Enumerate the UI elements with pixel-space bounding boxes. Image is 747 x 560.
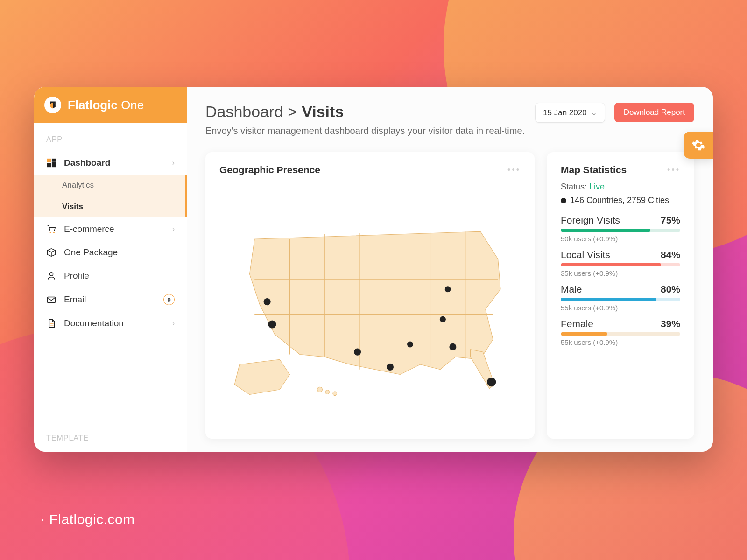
- main-content: Dashboard > Visits Envoy's visitor manag…: [187, 87, 713, 452]
- stat-subtext: 55k users (+0.9%): [561, 338, 680, 346]
- stat-female: Female39% 55k users (+0.9%): [561, 318, 680, 346]
- card-menu-icon[interactable]: •••: [507, 165, 521, 175]
- brand-title: Flatlogic One: [68, 98, 144, 112]
- chevron-right-icon: ›: [172, 319, 175, 328]
- card-title: Map Statistics: [561, 164, 627, 175]
- map-statistics-card: Map Statistics ••• Status: Live 146 Coun…: [547, 152, 694, 439]
- stat-percent: 39%: [661, 318, 680, 329]
- gear-icon: [691, 138, 705, 152]
- progress-bar: [561, 263, 680, 266]
- chevron-right-icon: ›: [172, 159, 175, 167]
- app-window: Flatlogic One APP Dashboard › Analytics …: [34, 87, 713, 452]
- sidebar-subnav-dashboard: Analytics Visits: [34, 175, 187, 217]
- us-map: [219, 182, 521, 427]
- stat-percent: 80%: [661, 284, 680, 295]
- svg-rect-5: [47, 163, 51, 167]
- stat-local-visits: Local Visits84% 35k users (+0.9%): [561, 249, 680, 277]
- page-header: Dashboard > Visits Envoy's visitor manag…: [205, 103, 694, 136]
- svg-rect-4: [52, 159, 56, 161]
- breadcrumb-current: Visits: [302, 103, 344, 121]
- status-value: Live: [589, 182, 605, 191]
- sidebar-item-documentation[interactable]: Documentation ›: [34, 312, 187, 335]
- svg-point-8: [53, 232, 55, 233]
- sidebar-item-email[interactable]: Email 9: [34, 287, 187, 312]
- sidebar-subitem-analytics[interactable]: Analytics: [34, 175, 185, 196]
- svg-point-7: [50, 232, 51, 233]
- svg-point-15: [268, 320, 276, 328]
- sidebar-item-label: One Package: [64, 247, 175, 258]
- arrow-right-icon: →: [34, 512, 47, 527]
- geographic-presence-card: Geographic Presence •••: [205, 152, 535, 439]
- card-title: Geographic Presence: [219, 164, 320, 175]
- svg-point-12: [325, 390, 330, 394]
- cart-icon: [46, 224, 56, 234]
- footer-link[interactable]: →Flatlogic.com: [34, 511, 135, 527]
- sidebar-item-label: Documentation: [64, 318, 165, 329]
- progress-bar: [561, 332, 680, 336]
- svg-rect-6: [52, 161, 56, 167]
- svg-point-20: [449, 343, 456, 350]
- document-icon: [46, 318, 56, 329]
- email-badge: 9: [163, 294, 175, 305]
- sidebar-item-label: E-commerce: [64, 224, 165, 234]
- svg-point-19: [440, 316, 446, 322]
- svg-point-9: [49, 273, 53, 276]
- svg-rect-3: [47, 159, 51, 162]
- logo-icon: [44, 97, 61, 113]
- sidebar-item-profile[interactable]: Profile: [34, 264, 187, 287]
- stat-subtext: 55k users (+0.9%): [561, 304, 680, 312]
- chevron-right-icon: ›: [172, 225, 175, 233]
- stat-label: Male: [561, 284, 582, 295]
- svg-rect-10: [48, 297, 56, 303]
- sidebar-item-ecommerce[interactable]: E-commerce ›: [34, 217, 187, 241]
- sidebar-item-dashboard[interactable]: Dashboard ›: [34, 151, 187, 175]
- stat-label: Female: [561, 318, 593, 329]
- svg-point-14: [264, 298, 271, 305]
- package-icon: [46, 247, 56, 258]
- stat-subtext: 50k users (+0.9%): [561, 235, 680, 243]
- dashboard-icon: [46, 158, 56, 168]
- section-label-app: APP: [34, 123, 187, 151]
- stat-percent: 75%: [661, 215, 680, 226]
- svg-point-16: [354, 349, 361, 356]
- sidebar: Flatlogic One APP Dashboard › Analytics …: [34, 87, 187, 452]
- breadcrumb-separator: >: [288, 103, 297, 121]
- breadcrumb: Dashboard > Visits: [205, 103, 526, 121]
- svg-point-13: [333, 392, 337, 396]
- progress-bar: [561, 229, 680, 232]
- svg-point-22: [487, 378, 496, 386]
- stat-label: Foreign Visits: [561, 215, 620, 226]
- stat-percent: 84%: [661, 249, 680, 260]
- svg-point-17: [387, 364, 394, 371]
- progress-bar: [561, 298, 680, 301]
- section-label-template: TEMPLATE: [34, 422, 187, 452]
- email-icon: [46, 294, 56, 305]
- sidebar-header: Flatlogic One: [34, 87, 187, 123]
- dot-icon: [561, 198, 566, 203]
- date-picker[interactable]: 15 Jan 2020 ⌄: [535, 103, 605, 123]
- breadcrumb-parent[interactable]: Dashboard: [205, 103, 283, 121]
- sidebar-subitem-visits[interactable]: Visits: [34, 196, 185, 217]
- stat-label: Local Visits: [561, 249, 610, 260]
- profile-icon: [46, 271, 56, 281]
- stat-male: Male80% 55k users (+0.9%): [561, 284, 680, 312]
- svg-point-11: [317, 387, 323, 392]
- status-line: Status: Live: [561, 182, 680, 192]
- stat-subtext: 35k users (+0.9%): [561, 269, 680, 277]
- chevron-down-icon: ⌄: [591, 108, 597, 118]
- sidebar-item-label: Profile: [64, 271, 175, 281]
- sidebar-item-one-package[interactable]: One Package: [34, 241, 187, 264]
- download-report-button[interactable]: Download Report: [614, 103, 694, 122]
- svg-point-18: [407, 342, 413, 348]
- svg-point-21: [445, 286, 451, 292]
- card-menu-icon[interactable]: •••: [667, 165, 680, 175]
- countries-cities: 146 Countries, 2759 Cities: [561, 196, 680, 205]
- settings-tab[interactable]: [684, 132, 713, 159]
- page-subtitle: Envoy's visitor management dashboard dis…: [205, 126, 526, 136]
- date-value: 15 Jan 2020: [543, 108, 587, 118]
- sidebar-item-label: Dashboard: [64, 158, 165, 168]
- sidebar-item-label: Email: [64, 294, 156, 305]
- stat-foreign-visits: Foreign Visits75% 50k users (+0.9%): [561, 215, 680, 243]
